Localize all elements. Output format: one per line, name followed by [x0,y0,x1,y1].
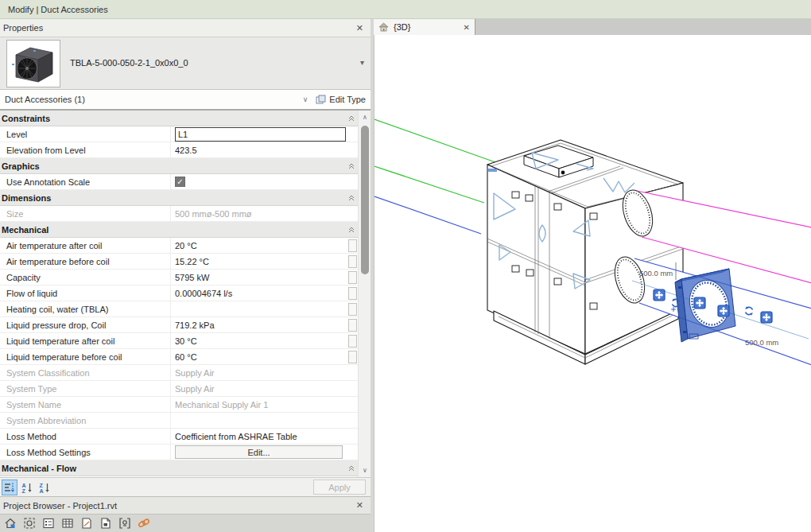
property-value[interactable]: 20 °C [171,238,347,253]
group-header-mechanical[interactable]: Mechanical [0,222,371,238]
collapse-pin-icon[interactable] [348,465,355,472]
move-gizmo[interactable] [694,297,705,309]
properties-panel-header[interactable]: Properties ✕ [0,19,371,37]
sort-by-group-button[interactable] [2,480,17,495]
group-header-constraints[interactable]: Constraints [0,111,371,126]
property-value: Supply Air [171,381,347,396]
property-value[interactable]: 60 °C [171,349,347,364]
group-header-mechanical-flow[interactable]: Mechanical - Flow [0,460,371,476]
associate-parameter-button[interactable] [348,239,357,252]
move-gizmo[interactable] [718,305,729,316]
edit-settings-button[interactable]: Edit... [175,445,343,459]
property-value[interactable] [171,301,347,316]
scroll-down-icon[interactable]: ∨ [359,467,371,474]
collapse-pin-icon[interactable] [348,195,355,201]
unit-logo [488,169,497,172]
type-selector[interactable]: TBLA-5-000-050-2-1_0x0x0_0 ▾ [0,37,371,90]
view-tab-3d[interactable]: {3D} ✕ [374,19,475,35]
property-value[interactable]: 30 °C [171,333,347,348]
property-value[interactable]: Coefficient from ASHRAE Table [171,429,347,444]
duct-accessory-thumbnail-image [10,42,57,85]
view-tab-close-icon[interactable]: ✕ [464,23,470,32]
svg-text:A: A [40,487,44,493]
property-label: Capacity [0,270,171,285]
close-icon[interactable]: ✕ [354,23,366,33]
property-row-loss-method-settings: Loss Method Settings Edit... [0,445,371,460]
drawing-view-area: {3D} ✕ [374,19,811,532]
property-value[interactable]: 719.2 kPa [171,317,347,332]
project-browser-header[interactable]: Project Browser - Project1.rvt ✕ [0,496,371,514]
link-icon [137,517,151,530]
legends-button[interactable] [41,516,56,530]
schedules-icon [61,517,74,530]
associate-parameter-button[interactable] [348,335,357,348]
property-row: Liquid temperature after coil 30 °C [0,333,371,349]
sort-ascending-button[interactable]: A Z [19,480,35,495]
level-input[interactable]: L1 [175,127,346,142]
revit-links-button[interactable] [137,516,151,530]
edit-type-icon [316,95,326,104]
properties-table: Constraints Level L1 Elevation from Leve… [0,111,371,477]
annotation-scale-checkbox[interactable]: ✓ [175,177,185,187]
associate-parameter-button[interactable] [348,319,357,332]
model-canvas[interactable]: 500.0 mm 500.0 mm [374,35,811,532]
move-gizmo[interactable] [654,289,665,301]
property-label: Heating coil, water (TBLA) [0,301,171,316]
properties-scrollbar[interactable]: ∧ ∨ [358,111,371,477]
property-value[interactable]: 0.00004674 l/s [171,285,347,301]
property-label: Air temperature after coil [0,238,171,253]
associate-parameter-button[interactable] [348,351,357,363]
collapse-pin-icon[interactable] [348,163,355,169]
scroll-up-icon[interactable]: ∧ [359,114,371,121]
property-label: System Classification [0,365,171,380]
group-header-graphics[interactable]: Graphics [0,158,371,174]
air-handling-unit[interactable] [487,140,683,364]
blue-pipe-line-left[interactable] [374,196,481,234]
apply-button[interactable]: Apply [313,480,366,495]
properties-panel: Properties ✕ [0,19,371,532]
group-name: Mechanical - Flow [2,464,348,473]
sort-descending-button[interactable]: Z A [37,480,52,495]
filter-chevron-down-icon[interactable]: ∨ [303,95,308,103]
collapse-pin-icon[interactable] [348,227,355,233]
groups-icon [118,517,131,530]
property-row: System Type Supply Air [0,381,371,397]
property-label: Use Annotation Scale [0,174,171,189]
property-row: System Name Mechanical Supply Air 1 [0,397,371,413]
property-value[interactable]: 15.22 °C [171,254,347,269]
legends-icon [42,517,55,530]
property-row: Liquid pressure drop, Coil 719.2 kPa [0,317,371,333]
sort-za-icon: Z A [39,482,50,493]
views-button[interactable] [3,516,17,530]
associate-parameter-button[interactable] [348,271,357,284]
property-row: Liquid temperature before coil 60 °C [0,349,371,365]
schedules-button[interactable] [60,516,75,530]
close-icon[interactable]: ✕ [354,500,366,511]
modify-bar-label: Modify | Duct Accessories [8,5,108,14]
move-gizmo[interactable] [761,312,772,323]
associate-parameter-button[interactable] [348,255,357,268]
collapse-pin-icon[interactable] [348,115,355,122]
green-duct-lines[interactable] [374,119,495,203]
project-browser-title: Project Browser - Project1.rvt [3,501,354,511]
category-filter[interactable]: Duct Accessories (1) [5,95,303,104]
associate-parameter-button[interactable] [348,287,357,300]
selection-button[interactable] [22,516,37,530]
chevron-down-icon[interactable]: ▾ [360,58,364,67]
groups-button[interactable] [118,516,132,530]
associate-parameter-button[interactable] [348,303,357,316]
property-row: Capacity 5795 kW [0,270,371,285]
scrollbar-thumb[interactable] [361,126,369,274]
group-name: Constraints [2,114,348,123]
selection-icon [23,517,36,530]
group-name: Mechanical [2,225,348,235]
edit-type-button[interactable]: Edit Type [316,95,366,104]
families-icon [99,517,112,530]
property-label: Size [0,206,171,221]
sheets-button[interactable] [80,516,94,530]
property-value[interactable]: 423.5 [171,142,347,157]
group-header-dimensions[interactable]: Dimensions [0,190,371,206]
property-value[interactable]: 5795 kW [171,270,347,285]
property-value [171,413,347,428]
families-button[interactable] [99,516,113,530]
